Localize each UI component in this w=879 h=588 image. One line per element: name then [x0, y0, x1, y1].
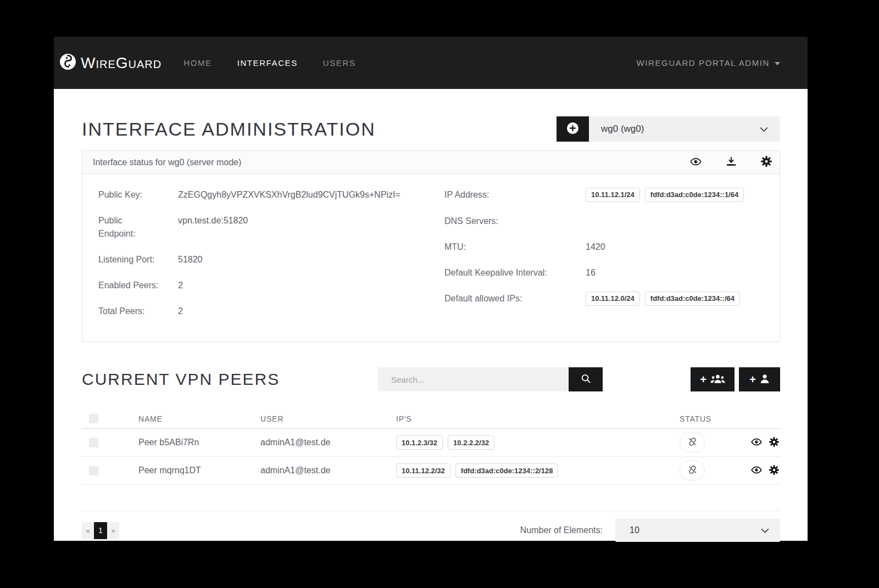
table-row: Peer b5ABi7Rn adminA1@test.de 10.1.2.3/3… [82, 429, 780, 457]
total-peers-value: 2 [178, 305, 183, 318]
view-config-button[interactable] [690, 156, 702, 169]
column-header-user: USER [260, 415, 396, 423]
screen: WireGuard HOME INTERFACES USERS WIREGUAR… [0, 0, 879, 588]
peer-user: adminA1@test.de [260, 466, 396, 475]
add-interface-button[interactable] [557, 116, 589, 142]
status-card-body: Public Key: ZzEGQgyh8yVPZXVKSXhVrgB2lud9… [82, 174, 780, 331]
navbar: WireGuard HOME INTERFACES USERS WIREGUAR… [54, 37, 808, 89]
view-peer-button[interactable] [751, 464, 762, 477]
row-checkbox-cell [82, 438, 138, 447]
table-row: Peer mqrnq1DT adminA1@test.de 10.11.12.2… [82, 457, 780, 485]
row-checkbox[interactable] [89, 438, 98, 447]
view-peer-button[interactable] [751, 436, 762, 449]
enabled-peers-row: Enabled Peers: 2 [98, 279, 444, 292]
search-input[interactable] [378, 367, 569, 391]
status-badge [680, 433, 705, 452]
peers-table: NAME USER IP'S STATUS Peer b5ABi7Rn admi… [82, 409, 780, 511]
elements-select[interactable]: 10 [615, 519, 780, 542]
elements-select-value: 10 [630, 525, 639, 535]
edit-interface-button[interactable] [761, 156, 772, 169]
ip-badge: fdfd:d3ad:c0de:1234::1/64 [645, 188, 744, 202]
link-off-icon [687, 464, 698, 477]
pagination: « 1 » [82, 522, 119, 539]
public-key-value: ZzEGQgyh8yVPZXVKSXhVrgB2lud9CVjTUGk9s+NP… [178, 188, 400, 201]
wireguard-logo-icon [59, 53, 76, 72]
peer-ips: 10.11.12.2/32 fdfd:d3ad:c0de:1234::2/128 [396, 463, 680, 478]
chevron-down-icon [760, 124, 768, 135]
ip-address-label: IP Address: [444, 188, 576, 202]
enabled-peers-value: 2 [178, 279, 183, 292]
chevron-down-icon [761, 525, 769, 535]
row-checkbox[interactable] [89, 466, 98, 475]
plus-circle-icon [566, 122, 579, 136]
peer-name: Peer mqrnq1DT [138, 466, 260, 475]
column-header-name: NAME [138, 415, 260, 423]
gear-icon [769, 437, 779, 449]
mtu-value: 1420 [586, 240, 605, 254]
peer-ips: 10.1.2.3/32 10.2.2.2/32 [396, 435, 680, 450]
select-all-checkbox[interactable] [89, 414, 98, 423]
total-peers-label: Total Peers: [98, 305, 160, 318]
edit-peer-button[interactable] [769, 437, 779, 449]
keepalive-value: 16 [586, 266, 596, 279]
peer-status-cell [680, 433, 735, 452]
status-left-column: Public Key: ZzEGQgyh8yVPZXVKSXhVrgB2lud9… [98, 188, 444, 331]
peer-user: adminA1@test.de [260, 438, 396, 447]
enabled-peers-label: Enabled Peers: [98, 279, 160, 292]
pagination-prev-button[interactable]: « [82, 522, 94, 539]
row-checkbox-cell [82, 466, 138, 475]
ip-badge: fdfd:d3ad:c0de:1234::2/128 [455, 463, 559, 478]
keepalive-label: Default Keepalive Interval: [444, 266, 576, 279]
download-config-button[interactable] [726, 156, 737, 169]
row-actions [735, 464, 780, 477]
nav-link-interfaces[interactable]: INTERFACES [237, 58, 298, 68]
mtu-row: MTU: 1420 [444, 240, 780, 254]
nav-link-users[interactable]: USERS [323, 58, 356, 68]
status-card-title: Interface status for wg0 (server mode) [93, 158, 241, 167]
listening-port-row: Listening Port: 51820 [98, 253, 444, 266]
plus-icon: + [700, 374, 706, 385]
user-menu-dropdown[interactable]: WIREGUARD PORTAL ADMIN [637, 58, 780, 68]
table-footer-spacer [82, 485, 780, 511]
brand-logo[interactable]: WireGuard [59, 53, 162, 72]
pagination-next-button[interactable]: » [107, 522, 119, 539]
nav-links: HOME INTERFACES USERS [183, 58, 355, 68]
column-header-ips: IP'S [396, 415, 680, 423]
peer-add-buttons: + + [691, 367, 780, 391]
user-icon [760, 374, 770, 385]
add-peer-button[interactable]: + [739, 367, 780, 391]
search-icon [581, 373, 591, 385]
users-group-icon [710, 374, 725, 385]
eye-icon [751, 464, 762, 477]
ip-badge: 10.11.12.0/24 [586, 292, 640, 306]
peer-name: Peer b5ABi7Rn [138, 438, 260, 447]
interface-selector-group: wg0 (wg0) [557, 116, 780, 142]
interface-select[interactable]: wg0 (wg0) [589, 116, 780, 142]
nav-link-home[interactable]: HOME [183, 58, 212, 68]
public-endpoint-value: vpn.test.de:51820 [178, 214, 248, 240]
brand-name: WireGuard [81, 54, 162, 72]
elements-label: Number of Elements: [520, 525, 603, 535]
public-endpoint-row: Public Endpoint: vpn.test.de:51820 [98, 214, 444, 240]
gear-icon [769, 465, 779, 477]
ip-address-row: IP Address: 10.11.12.1/24 fdfd:d3ad:c0de… [444, 188, 780, 202]
interface-admin-header: INTERFACE ADMINISTRATION wg0 (wg0) [82, 116, 780, 142]
link-off-icon [687, 436, 698, 449]
user-menu-label: WIREGUARD PORTAL ADMIN [637, 58, 770, 68]
add-multiple-peers-button[interactable]: + [691, 367, 735, 391]
allowed-ips-badges: 10.11.12.0/24 fdfd:d3ad:c0de:1234::/64 [586, 292, 740, 306]
edit-peer-button[interactable] [769, 465, 779, 477]
pagination-page-1[interactable]: 1 [94, 522, 107, 539]
peers-title: CURRENT VPN PEERS [82, 370, 280, 389]
eye-icon [751, 436, 762, 449]
ip-badge: 10.11.12.2/32 [396, 463, 450, 478]
ip-badge: fdfd:d3ad:c0de:1234::/64 [645, 292, 740, 306]
status-card-actions [690, 156, 772, 169]
status-right-column: IP Address: 10.11.12.1/24 fdfd:d3ad:c0de… [444, 188, 780, 331]
allowed-ips-row: Default allowed IPs: 10.11.12.0/24 fdfd:… [444, 292, 780, 306]
public-key-row: Public Key: ZzEGQgyh8yVPZXVKSXhVrgB2lud9… [98, 188, 444, 201]
interface-select-value: wg0 (wg0) [601, 124, 644, 135]
dns-servers-label: DNS Servers: [444, 215, 576, 228]
search-button[interactable] [569, 367, 603, 391]
listening-port-label: Listening Port: [98, 253, 160, 266]
